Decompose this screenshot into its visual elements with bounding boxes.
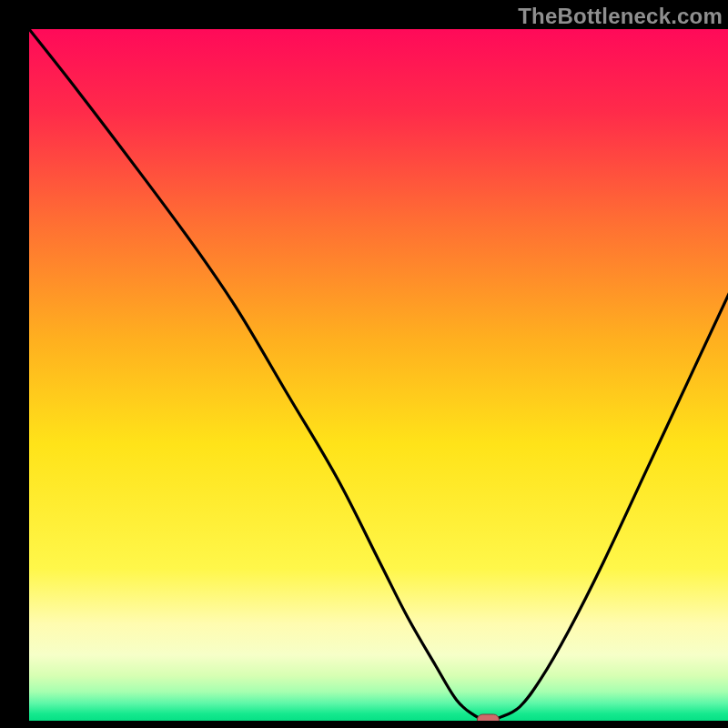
minimum-marker [477, 714, 499, 721]
watermark-text: TheBottleneck.com [518, 4, 723, 29]
plot-area [29, 29, 728, 721]
chart-frame: TheBottleneck.com [0, 0, 728, 728]
bottleneck-curve [29, 29, 728, 721]
chart-svg [29, 29, 728, 721]
